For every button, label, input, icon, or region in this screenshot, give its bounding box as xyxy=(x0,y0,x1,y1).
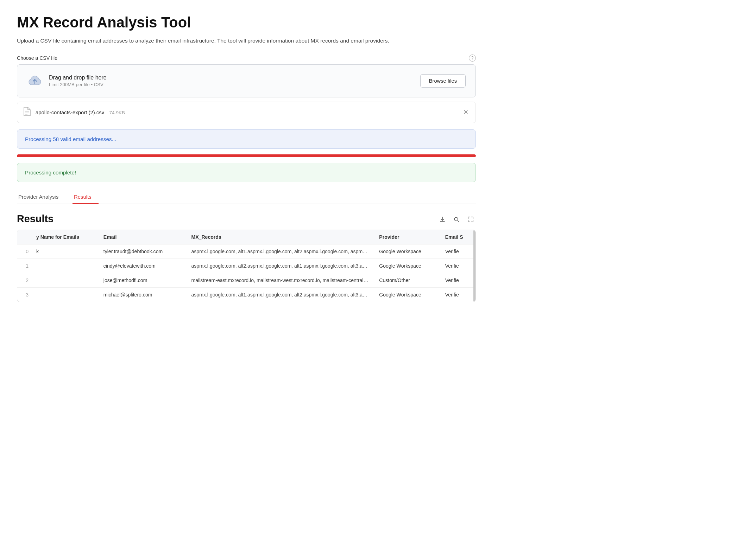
cell-company xyxy=(31,258,99,273)
progress-bar-fill xyxy=(17,154,476,157)
results-table: y Name for Emails Email MX_Records Provi… xyxy=(17,230,475,302)
scrollbar[interactable] xyxy=(473,230,475,302)
cell-index: 1 xyxy=(17,258,31,273)
cell-email: cindy@elevatewith.com xyxy=(99,258,187,273)
col-header-email: Email xyxy=(99,230,187,244)
download-button[interactable] xyxy=(437,214,448,225)
cell-mx-records: aspmx.l.google.com, alt1.aspmx.l.google.… xyxy=(186,244,374,258)
tabs-container: Provider Analysis Results xyxy=(17,191,476,204)
cell-mx-records: mailstream-east.mxrecord.io, mailstream-… xyxy=(186,273,374,287)
cell-mx-records: aspmx.l.google.com, alt1.aspmx.l.google.… xyxy=(186,287,374,302)
cell-mx-records: aspmx.l.google.com, alt2.aspmx.l.google.… xyxy=(186,258,374,273)
col-header-mx: MX_Records xyxy=(186,230,374,244)
cell-index: 0 xyxy=(17,244,31,258)
col-header-index xyxy=(17,230,31,244)
tab-provider-analysis[interactable]: Provider Analysis xyxy=(17,191,65,204)
expand-button[interactable] xyxy=(465,214,476,225)
col-header-email-status: Email S xyxy=(440,230,475,244)
file-name: apollo-contacts-export (2).csv xyxy=(36,110,104,115)
file-section-label: Choose a CSV file xyxy=(17,55,57,61)
cell-index: 3 xyxy=(17,287,31,302)
cell-email-status: Verifie xyxy=(440,273,475,287)
cell-company: k xyxy=(31,244,99,258)
browse-files-button[interactable]: Browse files xyxy=(420,74,466,88)
table-row: 1 cindy@elevatewith.com aspmx.l.google.c… xyxy=(17,258,475,273)
page-subtitle: Upload a CSV file containing email addre… xyxy=(17,37,476,45)
file-size: 74.9KB xyxy=(109,110,125,115)
results-title: Results xyxy=(17,213,53,225)
cell-email-status: Verifie xyxy=(440,258,475,273)
cell-email-status: Verifie xyxy=(440,287,475,302)
cell-provider: Custom/Other xyxy=(374,273,440,287)
page-title: MX Record Analysis Tool xyxy=(17,14,476,31)
cell-email-status: Verifie xyxy=(440,244,475,258)
upload-icon xyxy=(27,73,43,89)
cell-provider: Google Workspace xyxy=(374,258,440,273)
drag-drop-text: Drag and drop file here xyxy=(49,75,107,81)
col-header-company: y Name for Emails xyxy=(31,230,99,244)
cell-provider: Google Workspace xyxy=(374,244,440,258)
progress-bar-container xyxy=(17,154,476,157)
results-table-container: y Name for Emails Email MX_Records Provi… xyxy=(17,230,476,302)
remove-file-button[interactable]: ✕ xyxy=(462,107,470,117)
processing-status-box: Processing 58 valid email addresses... xyxy=(17,129,476,149)
cell-provider: Google Workspace xyxy=(374,287,440,302)
search-button[interactable] xyxy=(451,214,462,225)
table-header-row: y Name for Emails Email MX_Records Provi… xyxy=(17,230,475,244)
cell-email: tyler.traudt@debtbook.com xyxy=(99,244,187,258)
svg-point-4 xyxy=(454,217,458,221)
table-row: 3 michael@splitero.com aspmx.l.google.co… xyxy=(17,287,475,302)
table-row: 0 k tyler.traudt@debtbook.com aspmx.l.go… xyxy=(17,244,475,258)
complete-message: Processing complete! xyxy=(25,170,76,175)
dropzone: Drag and drop file here Limit 200MB per … xyxy=(17,64,476,97)
cell-email: michael@splitero.com xyxy=(99,287,187,302)
cell-email: jose@methodfi.com xyxy=(99,273,187,287)
cell-index: 2 xyxy=(17,273,31,287)
tab-results[interactable]: Results xyxy=(73,191,99,204)
col-header-provider: Provider xyxy=(374,230,440,244)
help-icon[interactable]: ? xyxy=(469,55,476,62)
uploaded-file-item: apollo-contacts-export (2).csv 74.9KB ✕ xyxy=(17,102,476,123)
processing-message: Processing 58 valid email addresses... xyxy=(25,136,116,142)
cell-company xyxy=(31,287,99,302)
table-row: 2 jose@methodfi.com mailstream-east.mxre… xyxy=(17,273,475,287)
complete-status-box: Processing complete! xyxy=(17,163,476,182)
file-type-icon xyxy=(23,107,31,118)
cell-company xyxy=(31,273,99,287)
file-limit-text: Limit 200MB per file • CSV xyxy=(49,82,107,87)
